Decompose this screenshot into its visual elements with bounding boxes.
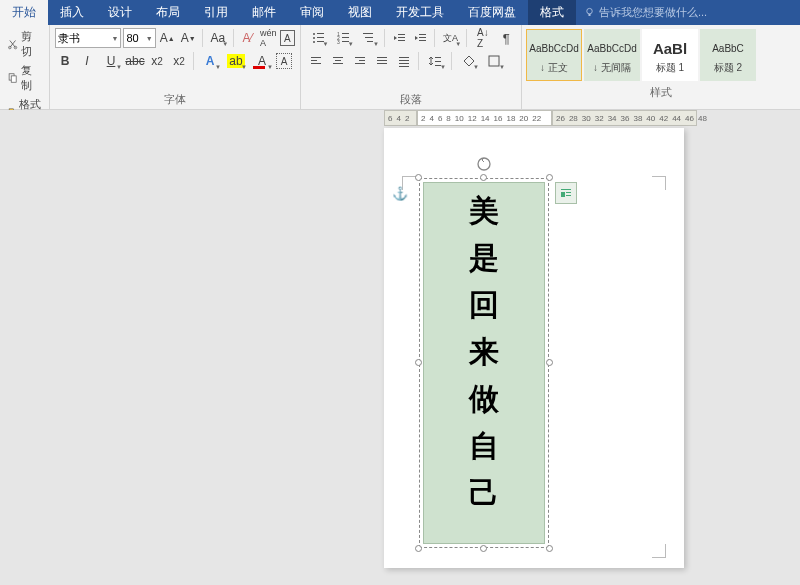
- sort-button[interactable]: A↓Z: [471, 28, 494, 48]
- text-box-selection[interactable]: 美 是 回 来 做 自 己: [419, 178, 549, 548]
- clear-formatting-button[interactable]: A⁄: [238, 28, 257, 48]
- svg-rect-5: [11, 76, 16, 82]
- resize-handle-br[interactable]: [546, 545, 553, 552]
- margin-corner-icon: [652, 176, 666, 190]
- tab-format[interactable]: 格式: [528, 0, 576, 25]
- resize-handle-bm[interactable]: [480, 545, 487, 552]
- underline-button[interactable]: U▼: [99, 51, 123, 71]
- svg-rect-21: [365, 37, 373, 38]
- align-right-button[interactable]: [350, 51, 370, 71]
- style-heading1[interactable]: AaBl 标题 1: [642, 29, 698, 81]
- svg-rect-34: [333, 63, 343, 64]
- svg-rect-23: [398, 34, 405, 35]
- tab-baidu[interactable]: 百度网盘: [456, 0, 528, 25]
- resize-handle-bl[interactable]: [415, 545, 422, 552]
- style-name-label: ↓ 无间隔: [593, 61, 631, 75]
- borders-button[interactable]: ▼: [482, 51, 506, 71]
- cut-button[interactable]: 剪切: [5, 28, 44, 60]
- change-case-button[interactable]: Aa▼: [206, 28, 229, 48]
- resize-handle-tl[interactable]: [415, 174, 422, 181]
- multilevel-list-button[interactable]: ▼: [357, 28, 380, 48]
- horizontal-ruler[interactable]: 642 246810121416182022 26283032343638404…: [384, 110, 697, 126]
- character-shading-button[interactable]: A: [276, 53, 292, 69]
- layout-options-button[interactable]: [555, 182, 577, 204]
- tab-design[interactable]: 设计: [96, 0, 144, 25]
- superscript-button[interactable]: x2: [169, 51, 189, 71]
- tab-layout[interactable]: 布局: [144, 0, 192, 25]
- resize-handle-ml[interactable]: [415, 359, 422, 366]
- copy-button[interactable]: 复制: [5, 62, 44, 94]
- font-size-value: 80: [126, 32, 138, 44]
- numbering-button[interactable]: 123▼: [331, 28, 354, 48]
- bullets-button[interactable]: ▼: [306, 28, 329, 48]
- tab-home[interactable]: 开始: [0, 0, 48, 25]
- tab-review[interactable]: 审阅: [288, 0, 336, 25]
- subscript-button[interactable]: x2: [147, 51, 167, 71]
- tell-me-search[interactable]: 告诉我您想要做什么...: [576, 0, 707, 25]
- tab-references[interactable]: 引用: [192, 0, 240, 25]
- shrink-font-button[interactable]: A▼: [179, 28, 198, 48]
- grow-font-button[interactable]: A▲: [158, 28, 177, 48]
- font-name-value: 隶书: [58, 31, 80, 46]
- justify-icon: [375, 54, 389, 68]
- style-normal[interactable]: AaBbCcDd ↓ 正文: [526, 29, 582, 81]
- svg-point-10: [313, 37, 315, 39]
- svg-rect-29: [311, 57, 321, 58]
- ruler-margin-left: 642: [384, 110, 417, 126]
- distribute-button[interactable]: [394, 51, 414, 71]
- svg-rect-30: [311, 60, 317, 61]
- tab-developer[interactable]: 开发工具: [384, 0, 456, 25]
- text-char: 己: [469, 473, 499, 514]
- svg-rect-11: [317, 37, 324, 38]
- italic-button[interactable]: I: [77, 51, 97, 71]
- svg-rect-37: [355, 63, 365, 64]
- align-left-button[interactable]: [306, 51, 326, 71]
- resize-handle-mr[interactable]: [546, 359, 553, 366]
- svg-rect-15: [342, 33, 349, 34]
- strikethrough-button[interactable]: abc: [125, 51, 145, 71]
- font-size-select[interactable]: 80▼: [123, 28, 155, 48]
- svg-rect-38: [377, 57, 387, 58]
- tab-mailings[interactable]: 邮件: [240, 0, 288, 25]
- tab-view[interactable]: 视图: [336, 0, 384, 25]
- bold-button[interactable]: B: [55, 51, 75, 71]
- ruler-body: 246810121416182022: [417, 110, 552, 126]
- justify-button[interactable]: [372, 51, 392, 71]
- style-heading2[interactable]: AaBbC 标题 2: [700, 29, 756, 81]
- document-page[interactable]: ⚓ 美 是 回 来 做 自 己: [384, 128, 684, 568]
- resize-handle-tr[interactable]: [546, 174, 553, 181]
- phonetic-guide-button[interactable]: wénA: [259, 28, 278, 48]
- increase-indent-button[interactable]: [410, 28, 429, 48]
- line-spacing-button[interactable]: ▼: [423, 51, 447, 71]
- font-color-button[interactable]: A▼: [250, 51, 274, 71]
- tab-insert[interactable]: 插入: [48, 0, 96, 25]
- font-name-select[interactable]: 隶书▼: [55, 28, 121, 48]
- text-direction-button[interactable]: 文A▼: [439, 28, 462, 48]
- anchor-icon: ⚓: [392, 186, 408, 201]
- layout-options-icon: [559, 186, 573, 200]
- decrease-indent-button[interactable]: [389, 28, 408, 48]
- text-effects-button[interactable]: A▼: [198, 51, 222, 71]
- style-name-label: ↓ 正文: [540, 61, 568, 75]
- svg-rect-32: [333, 57, 343, 58]
- align-center-button[interactable]: [328, 51, 348, 71]
- svg-rect-17: [342, 37, 349, 38]
- resize-handle-tm[interactable]: [480, 174, 487, 181]
- document-canvas[interactable]: 642 246810121416182022 26283032343638404…: [0, 110, 800, 585]
- highlight-button[interactable]: ab▼: [224, 51, 248, 71]
- svg-text:3: 3: [337, 39, 340, 45]
- show-marks-button[interactable]: ¶: [497, 28, 516, 48]
- style-preview: AaBbC: [712, 35, 744, 61]
- rotate-handle[interactable]: [476, 156, 492, 172]
- align-right-icon: [353, 54, 367, 68]
- character-border-button[interactable]: A: [280, 30, 295, 46]
- style-no-spacing[interactable]: AaBbCcDd ↓ 无间隔: [584, 29, 640, 81]
- cut-label: 剪切: [21, 29, 42, 59]
- svg-rect-36: [359, 60, 365, 61]
- text-char: 回: [469, 285, 499, 326]
- shading-button[interactable]: ▼: [456, 51, 480, 71]
- svg-rect-53: [566, 195, 571, 196]
- text-box-content[interactable]: 美 是 回 来 做 自 己: [423, 182, 545, 544]
- svg-rect-52: [566, 192, 571, 193]
- group-clipboard: 剪切 复制 格式刷 板: [0, 25, 50, 109]
